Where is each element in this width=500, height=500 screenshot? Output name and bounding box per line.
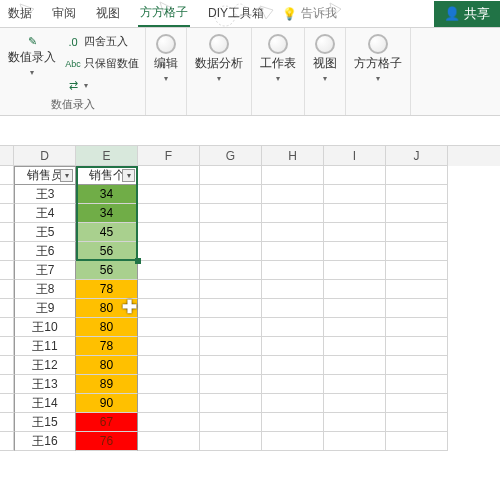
cell[interactable] <box>386 166 448 185</box>
edit-button[interactable]: 编辑▾ <box>152 32 180 87</box>
cell[interactable] <box>386 299 448 318</box>
cell[interactable] <box>324 337 386 356</box>
cell-seller[interactable]: 王12 <box>14 356 76 375</box>
view-button[interactable]: 视图▾ <box>311 32 339 87</box>
cell-count[interactable]: 90 <box>76 394 138 413</box>
header-count[interactable]: 销售个▾ <box>76 166 138 185</box>
cell[interactable] <box>138 337 200 356</box>
convert-button[interactable]: ⇄▾ <box>66 76 139 95</box>
cell[interactable] <box>262 204 324 223</box>
cell-count[interactable]: 56 <box>76 261 138 280</box>
tab-diy[interactable]: DIY工具箱 <box>206 1 266 26</box>
cell[interactable] <box>138 413 200 432</box>
cell[interactable] <box>200 185 262 204</box>
cell-count[interactable]: 80 <box>76 299 138 318</box>
share-button[interactable]: 👤 共享 <box>434 1 500 27</box>
cell-seller[interactable]: 王7 <box>14 261 76 280</box>
cell[interactable] <box>386 261 448 280</box>
cell-count[interactable]: 67 <box>76 413 138 432</box>
cell[interactable] <box>386 413 448 432</box>
colhead-G[interactable]: G <box>200 146 262 166</box>
cell[interactable] <box>138 261 200 280</box>
keep-num-button[interactable]: Abc只保留数值 <box>66 54 139 73</box>
cell[interactable] <box>138 185 200 204</box>
cell[interactable] <box>324 432 386 451</box>
cell[interactable] <box>386 356 448 375</box>
cell[interactable] <box>324 223 386 242</box>
cell-seller[interactable]: 王6 <box>14 242 76 261</box>
worksheet-button[interactable]: 工作表▾ <box>258 32 298 87</box>
cell[interactable] <box>138 299 200 318</box>
cell[interactable] <box>200 280 262 299</box>
cell[interactable] <box>386 394 448 413</box>
cell-count[interactable]: 80 <box>76 356 138 375</box>
cell[interactable] <box>200 356 262 375</box>
cell[interactable] <box>324 185 386 204</box>
colhead-E[interactable]: E <box>76 146 138 166</box>
cell-seller[interactable]: 王11 <box>14 337 76 356</box>
cell[interactable] <box>386 337 448 356</box>
cell[interactable] <box>138 242 200 261</box>
cell[interactable] <box>262 242 324 261</box>
cell[interactable] <box>262 166 324 185</box>
cell[interactable] <box>200 337 262 356</box>
cell[interactable] <box>324 375 386 394</box>
colhead-I[interactable]: I <box>324 146 386 166</box>
cell[interactable] <box>262 394 324 413</box>
tab-view[interactable]: 视图 <box>94 1 122 26</box>
cell[interactable] <box>200 299 262 318</box>
colhead-H[interactable]: H <box>262 146 324 166</box>
cell[interactable] <box>262 223 324 242</box>
cell[interactable] <box>262 299 324 318</box>
cell[interactable] <box>138 318 200 337</box>
cell-count[interactable]: 78 <box>76 280 138 299</box>
filter-icon[interactable]: ▾ <box>122 169 135 182</box>
worksheet-grid[interactable]: D E F G H I J 销售员▾销售个▾王334王434王545王656王7… <box>0 146 500 451</box>
cell[interactable] <box>200 432 262 451</box>
cell[interactable] <box>386 242 448 261</box>
cell[interactable] <box>386 375 448 394</box>
cell[interactable] <box>138 166 200 185</box>
header-seller[interactable]: 销售员▾ <box>14 166 76 185</box>
cell-seller[interactable]: 王5 <box>14 223 76 242</box>
cell[interactable] <box>324 413 386 432</box>
cell-seller[interactable]: 王15 <box>14 413 76 432</box>
colhead-F[interactable]: F <box>138 146 200 166</box>
filter-icon[interactable]: ▾ <box>60 169 73 182</box>
ffgz-button[interactable]: 方方格子▾ <box>352 32 404 87</box>
cell-count[interactable]: 34 <box>76 185 138 204</box>
cell[interactable] <box>200 166 262 185</box>
cell[interactable] <box>386 185 448 204</box>
cell[interactable] <box>138 356 200 375</box>
cell[interactable] <box>262 185 324 204</box>
cell-count[interactable]: 89 <box>76 375 138 394</box>
round-button[interactable]: .0四舍五入 <box>66 32 139 51</box>
cell-seller[interactable]: 王8 <box>14 280 76 299</box>
cell[interactable] <box>262 280 324 299</box>
cell-seller[interactable]: 王10 <box>14 318 76 337</box>
colhead-D[interactable]: D <box>14 146 76 166</box>
fill-handle[interactable] <box>135 258 141 264</box>
cell[interactable] <box>324 356 386 375</box>
cell[interactable] <box>386 223 448 242</box>
cell[interactable] <box>324 318 386 337</box>
cell[interactable] <box>200 375 262 394</box>
cell[interactable] <box>262 337 324 356</box>
cell[interactable] <box>386 280 448 299</box>
cell-seller[interactable]: 王9 <box>14 299 76 318</box>
cell[interactable] <box>200 242 262 261</box>
tab-review[interactable]: 审阅 <box>50 1 78 26</box>
cell[interactable] <box>386 318 448 337</box>
cell[interactable] <box>200 413 262 432</box>
cell[interactable] <box>386 432 448 451</box>
cell[interactable] <box>200 394 262 413</box>
cell[interactable] <box>138 280 200 299</box>
cell-count[interactable]: 56 <box>76 242 138 261</box>
cell[interactable] <box>138 432 200 451</box>
cell[interactable] <box>324 166 386 185</box>
cell[interactable] <box>262 375 324 394</box>
tab-ffgz[interactable]: 方方格子 <box>138 0 190 27</box>
cell[interactable] <box>262 432 324 451</box>
cell[interactable] <box>324 280 386 299</box>
cell[interactable] <box>138 204 200 223</box>
